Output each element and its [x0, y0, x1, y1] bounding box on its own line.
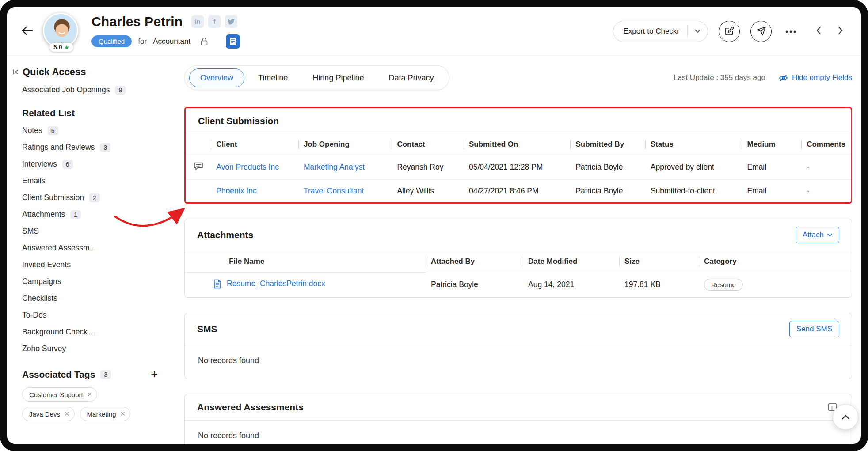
sms-empty-text: No records found: [185, 345, 852, 379]
column-header-contact[interactable]: Contact: [392, 134, 464, 155]
count-badge: 1: [70, 210, 81, 219]
tags-count-badge: 3: [100, 370, 111, 379]
attachment-row[interactable]: Resume_CharlesPetrin.docx Patricia Boyle…: [185, 272, 852, 298]
candidate-header: 5.0 ★ Charles Petrin in f Qualified for …: [7, 7, 861, 56]
sidebar-item-notes[interactable]: Notes 6: [11, 126, 165, 135]
column-header-category[interactable]: Category: [699, 251, 852, 272]
export-to-checkr-label: Export to Checkr: [623, 27, 679, 36]
scroll-to-top-button[interactable]: [833, 404, 858, 430]
next-record-button[interactable]: [836, 24, 845, 38]
tag-customer-support[interactable]: Customer Support ✕: [22, 387, 97, 402]
compose-note-button[interactable]: [719, 21, 740, 42]
export-dropdown-toggle[interactable]: [688, 29, 708, 33]
sidebar-item-label: Ratings and Reviews: [22, 143, 95, 152]
sidebar-item-label: Emails: [22, 176, 46, 186]
collapse-sidebar-icon[interactable]: [12, 69, 19, 75]
attachments-title: Attachments: [197, 230, 253, 240]
sidebar-item-checklists[interactable]: Checklists: [11, 294, 165, 303]
attach-button[interactable]: Attach: [796, 227, 839, 243]
sidebar-item-client-submission[interactable]: Client Submission 2: [11, 193, 165, 202]
column-header-size[interactable]: Size: [619, 251, 699, 272]
paper-plane-icon: [756, 26, 766, 36]
facebook-icon[interactable]: f: [208, 15, 221, 28]
column-header-submitted-by[interactable]: Submitted By: [570, 134, 645, 155]
column-header-comments[interactable]: Comments: [801, 134, 851, 155]
twitter-icon[interactable]: [225, 15, 237, 28]
sidebar-item-emails[interactable]: Emails: [11, 176, 165, 186]
previous-record-button[interactable]: [814, 24, 823, 38]
avatar[interactable]: 5.0 ★: [43, 13, 80, 50]
add-tag-button[interactable]: +: [151, 368, 158, 380]
qualified-status-badge[interactable]: Qualified: [91, 35, 132, 47]
column-header-attached-by[interactable]: Attached By: [426, 251, 523, 272]
comment-icon[interactable]: [194, 162, 203, 171]
tab-overview[interactable]: Overview: [189, 68, 244, 87]
contact-cell: Reyansh Roy: [392, 155, 464, 180]
column-header-job-opening[interactable]: Job Opening: [298, 134, 392, 155]
sidebar-item-background-check[interactable]: Background Check ...: [11, 327, 165, 337]
column-header-file-name[interactable]: File Name: [185, 251, 426, 272]
send-mail-button[interactable]: [750, 21, 772, 42]
tab-data-privacy[interactable]: Data Privacy: [377, 68, 445, 87]
eye-off-icon: [779, 74, 788, 82]
column-header-status[interactable]: Status: [645, 134, 742, 155]
rating-badge: 5.0 ★: [49, 43, 73, 52]
contact-cell: Alley Willis: [392, 180, 464, 203]
tab-timeline[interactable]: Timeline: [247, 68, 299, 87]
back-button[interactable]: [19, 23, 36, 40]
column-header-medium[interactable]: Medium: [742, 134, 801, 155]
job-opening-link[interactable]: Marketing Analyst: [304, 163, 365, 171]
remove-tag-icon[interactable]: ✕: [64, 410, 70, 418]
column-header-submitted-on[interactable]: Submitted On: [464, 134, 570, 155]
resume-document-button[interactable]: [226, 34, 240, 49]
sidebar-item-label: Interviews: [22, 159, 57, 169]
attached-by-cell: Patricia Boyle: [426, 272, 523, 298]
twitter-bird-icon: [228, 19, 235, 25]
sidebar-item-sms[interactable]: SMS: [11, 227, 165, 236]
note-pencil-icon: [724, 26, 735, 36]
sidebar-item-attachments[interactable]: Attachments 1: [11, 210, 165, 219]
sidebar-item-associated-job-openings[interactable]: Associated Job Openings 9: [11, 85, 165, 95]
client-submission-row[interactable]: Avon Products Inc Marketing Analyst Reya…: [186, 155, 851, 180]
remove-tag-icon[interactable]: ✕: [120, 410, 126, 418]
client-submission-title: Client Submission: [198, 116, 279, 126]
rating-value: 5.0: [53, 44, 62, 51]
sidebar-item-interviews[interactable]: Interviews 6: [11, 159, 165, 169]
client-link[interactable]: Avon Products Inc: [216, 163, 279, 171]
send-sms-button[interactable]: Send SMS: [789, 321, 839, 337]
sidebar-item-answered-assessments[interactable]: Answered Assessm...: [11, 243, 165, 253]
tab-hiring-pipeline[interactable]: Hiring Pipeline: [301, 68, 375, 87]
sidebar-item-to-dos[interactable]: To-Dos: [11, 311, 165, 320]
column-header-date-modified[interactable]: Date Modified: [523, 251, 619, 272]
export-to-checkr-button[interactable]: Export to Checkr: [613, 21, 708, 42]
more-options-button[interactable]: [783, 24, 798, 38]
lock-icon[interactable]: [200, 37, 208, 46]
sidebar-item-zoho-survey[interactable]: Zoho Survey: [11, 344, 165, 353]
client-submission-row[interactable]: Phoenix Inc Travel Consultant Alley Will…: [186, 180, 851, 203]
column-header-client[interactable]: Client: [211, 134, 298, 155]
sms-section: SMS Send SMS No records found: [184, 313, 852, 379]
remove-tag-icon[interactable]: ✕: [87, 390, 93, 398]
submitted-by-cell: Patricia Boyle: [570, 180, 645, 203]
star-icon: ★: [64, 44, 69, 51]
medium-cell: Email: [742, 180, 801, 203]
sidebar-item-label: Attachments: [22, 210, 65, 219]
sidebar-item-campaigns[interactable]: Campaigns: [11, 277, 165, 286]
sidebar-item-invited-events[interactable]: Invited Events: [11, 260, 165, 269]
chevron-up-icon: [841, 415, 850, 420]
document-icon: [229, 38, 236, 45]
main-content: Overview Timeline Hiring Pipeline Data P…: [173, 56, 861, 444]
sidebar-item-ratings-and-reviews[interactable]: Ratings and Reviews 3: [11, 143, 165, 152]
linkedin-icon[interactable]: in: [191, 15, 204, 28]
comments-cell: -: [801, 180, 851, 203]
job-opening-link[interactable]: Travel Consultant: [304, 186, 364, 195]
tag-java-devs[interactable]: Java Devs ✕: [22, 407, 75, 421]
client-link[interactable]: Phoenix Inc: [216, 186, 256, 195]
count-badge: 9: [115, 86, 126, 95]
hide-empty-fields-toggle[interactable]: Hide empty Fields: [779, 73, 852, 82]
tag-marketing[interactable]: Marketing ✕: [80, 407, 130, 421]
count-badge: 6: [48, 126, 58, 135]
count-badge: 2: [89, 193, 100, 202]
submitted-on-cell: 05/04/2021 12:28 PM: [464, 155, 570, 180]
file-name-link[interactable]: Resume_CharlesPetrin.docx: [227, 279, 325, 288]
